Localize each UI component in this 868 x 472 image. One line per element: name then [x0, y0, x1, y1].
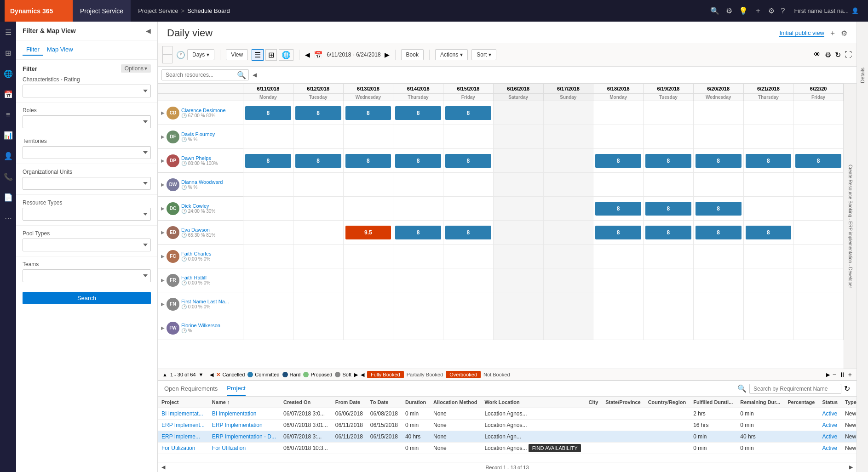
resource-name[interactable]: Faith Ratliff — [181, 275, 210, 280]
zoom-in-icon[interactable]: + — [848, 371, 852, 378]
resource-name[interactable]: Dawn Phelps — [181, 155, 218, 161]
day-cell-5-11[interactable] — [793, 221, 844, 245]
day-cell-7-5[interactable] — [493, 268, 543, 292]
options-button[interactable]: Options ▾ — [121, 64, 151, 73]
day-cell-3-3[interactable] — [393, 173, 443, 197]
col-work-location[interactable]: Work Location — [481, 397, 585, 408]
req-cell-0-1[interactable]: BI Implementation — [208, 408, 280, 420]
day-cell-5-5[interactable] — [493, 221, 543, 245]
day-cell-7-9[interactable] — [693, 268, 743, 292]
resource-name[interactable]: First Name Last Na... — [181, 299, 229, 304]
day-cell-0-7[interactable] — [593, 101, 644, 125]
resource-name[interactable]: Faith Charles — [181, 251, 211, 256]
col-duration[interactable]: Duration — [402, 397, 430, 408]
day-cell-9-7[interactable] — [593, 316, 644, 340]
day-cell-8-2[interactable] — [343, 292, 393, 316]
day-cell-7-3[interactable] — [393, 268, 443, 292]
globe-icon[interactable]: 🌐 — [0, 68, 16, 80]
day-cell-4-10[interactable] — [743, 197, 793, 221]
day-cell-2-6[interactable] — [543, 149, 593, 173]
open-requirements-tab[interactable]: Open Requirements — [164, 381, 218, 396]
day-cell-6-0[interactable] — [243, 245, 293, 268]
day-cell-2-4[interactable]: 8 — [443, 149, 494, 173]
prev-record-icon[interactable]: ◀ — [161, 464, 165, 470]
expand-resource-icon[interactable]: ▶ — [161, 182, 165, 187]
req-cell-2-1[interactable]: ERP Implementation - D... — [208, 431, 280, 443]
day-cell-3-2[interactable] — [343, 173, 393, 197]
pool-types-select[interactable] — [23, 239, 151, 251]
day-cell-8-0[interactable] — [243, 292, 293, 316]
day-cell-9-6[interactable] — [543, 316, 593, 340]
col-state-province[interactable]: State/Province — [602, 397, 644, 408]
flow-icon[interactable]: ⚙ — [726, 6, 732, 15]
day-cell-2-7[interactable]: 8 — [593, 149, 644, 173]
requirement-search-input[interactable] — [749, 384, 841, 394]
day-cell-0-3[interactable]: 8 — [393, 101, 443, 125]
zoom-out-icon[interactable]: − — [833, 371, 836, 378]
actions-button[interactable]: Actions ▾ — [435, 49, 468, 60]
next-range-icon[interactable]: ▶ — [826, 372, 830, 378]
day-cell-6-8[interactable] — [644, 245, 694, 268]
day-cell-1-7[interactable] — [593, 125, 644, 149]
prev-page-icon[interactable]: ◀ — [210, 372, 213, 378]
expand-resource-icon[interactable]: ▶ — [161, 325, 165, 330]
day-cell-4-5[interactable] — [493, 197, 543, 221]
org-units-select[interactable] — [23, 177, 151, 190]
day-cell-9-8[interactable] — [644, 316, 694, 340]
filter-panel-collapse-btn[interactable]: ◀ — [146, 27, 151, 34]
next-record-icon[interactable]: ▶ — [849, 464, 853, 470]
col-from-date[interactable]: From Date — [332, 397, 367, 408]
settings-view-icon[interactable]: ⚙ — [841, 29, 847, 38]
day-cell-7-4[interactable] — [443, 268, 494, 292]
day-cell-0-10[interactable] — [743, 101, 793, 125]
day-cell-3-4[interactable] — [443, 173, 494, 197]
day-cell-1-3[interactable] — [393, 125, 443, 149]
resource-name[interactable]: Dick Cowley — [181, 203, 215, 209]
table-row[interactable]: ERP Implement...ERP Implementation06/07/… — [158, 420, 857, 431]
day-cell-7-6[interactable] — [543, 268, 593, 292]
day-cell-4-4[interactable] — [443, 197, 494, 221]
roles-select[interactable] — [23, 115, 151, 128]
territories-select[interactable] — [23, 146, 151, 159]
eye-icon[interactable]: 👁 — [814, 51, 821, 59]
req-cell-2-0[interactable]: ERP Impleme... — [158, 431, 208, 443]
table-row[interactable]: For UtilizationFor Utilization06/07/2018… — [158, 443, 857, 454]
day-cell-6-2[interactable] — [343, 245, 393, 268]
day-cell-2-10[interactable]: 8 — [743, 149, 793, 173]
question-icon[interactable]: ? — [781, 7, 785, 15]
col-status[interactable]: Status — [818, 397, 841, 408]
characteristics-select[interactable] — [23, 85, 151, 97]
day-cell-8-1[interactable] — [293, 292, 343, 316]
expand-resource-icon[interactable]: ▶ — [161, 278, 165, 283]
day-cell-4-3[interactable] — [393, 197, 443, 221]
list-view-icon[interactable]: ☰ — [252, 49, 264, 61]
day-cell-3-9[interactable] — [693, 173, 743, 197]
day-cell-5-8[interactable]: 8 — [644, 221, 694, 245]
day-cell-6-6[interactable] — [543, 245, 593, 268]
day-cell-1-1[interactable] — [293, 125, 343, 149]
map-view-icon[interactable]: 🌐 — [279, 49, 293, 61]
next-week-icon[interactable]: ▶ — [385, 51, 390, 58]
day-cell-8-9[interactable] — [693, 292, 743, 316]
req-cell-3-0[interactable]: For Utilization — [158, 443, 208, 454]
col-to-date[interactable]: To Date — [367, 397, 402, 408]
day-cell-4-7[interactable]: 8 — [593, 197, 644, 221]
filter-tab[interactable]: Filter — [23, 44, 43, 56]
day-cell-7-7[interactable] — [593, 268, 644, 292]
grid-view-icon[interactable]: ⊞ — [265, 49, 277, 61]
day-cell-1-2[interactable] — [343, 125, 393, 149]
day-cell-0-11[interactable] — [793, 101, 844, 125]
help-icon[interactable]: 💡 — [739, 6, 748, 15]
search-button[interactable]: Search — [23, 292, 151, 304]
day-cell-4-11[interactable] — [793, 197, 844, 221]
day-cell-3-6[interactable] — [543, 173, 593, 197]
day-cell-2-1[interactable]: 8 — [293, 149, 343, 173]
prev-week-icon[interactable]: ◀ — [305, 51, 310, 58]
chart-icon[interactable]: 📊 — [0, 129, 16, 142]
collapse-rows-icon[interactable]: ▲ — [162, 372, 167, 377]
col-city[interactable]: City — [585, 397, 602, 408]
col-fulfilled-duration[interactable]: Fulfilled Durati... — [690, 397, 736, 408]
day-cell-0-4[interactable]: 8 — [443, 101, 494, 125]
day-cell-1-10[interactable] — [743, 125, 793, 149]
teams-select[interactable] — [23, 269, 151, 282]
